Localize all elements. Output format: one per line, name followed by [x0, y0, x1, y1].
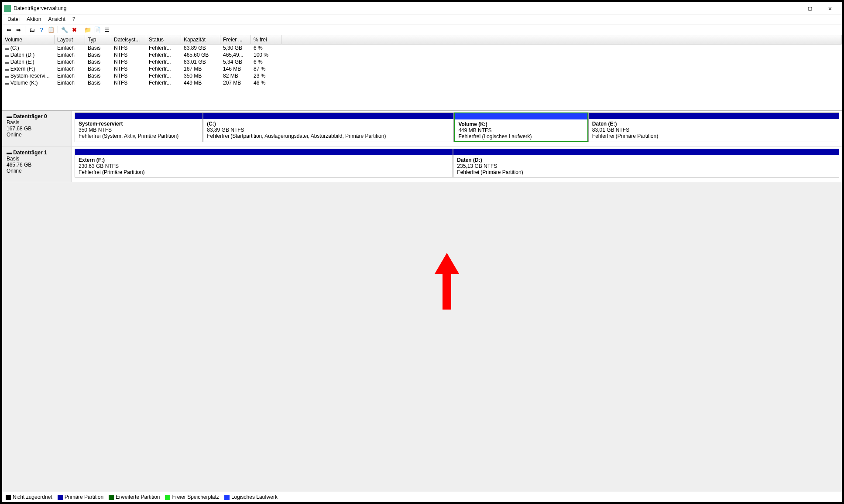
partition-name: System-reserviert: [79, 121, 123, 127]
disk-label[interactable]: ▬ Datenträger 1Basis465,76 GBOnline: [2, 147, 72, 182]
disk-label[interactable]: ▬ Datenträger 0Basis167,68 GBOnline: [2, 111, 72, 146]
volume-fs: NTFS: [111, 72, 146, 79]
volume-typ: Basis: [85, 79, 111, 86]
volume-frei: 465,49...: [220, 51, 251, 58]
menu-ansicht[interactable]: Ansicht: [45, 15, 68, 23]
partition[interactable]: Daten (D:)235,13 GB NTFSFehlerfrei (Prim…: [453, 149, 839, 177]
volume-frei: 207 MB: [220, 79, 251, 86]
partition-name: Daten (D:): [457, 157, 482, 163]
menu-help[interactable]: ?: [70, 15, 78, 23]
volume-kap: 449 MB: [181, 79, 220, 86]
partition-status: Fehlerfrei (Startpartition, Auslagerungs…: [207, 133, 386, 139]
volume-row[interactable]: Daten (D:)EinfachBasisNTFSFehlerfr...465…: [2, 51, 842, 58]
volume-row[interactable]: Volume (K:)EinfachBasisNTFSFehlerfr...44…: [2, 79, 842, 86]
col-fs[interactable]: Dateisyst...: [111, 35, 146, 44]
partition[interactable]: Volume (K:)449 MB NTFSFehlerfrei (Logisc…: [454, 112, 588, 142]
volume-typ: Basis: [85, 65, 111, 72]
volume-name: Volume (K:): [2, 79, 55, 86]
volume-row[interactable]: System-reservi...EinfachBasisNTFSFehlerf…: [2, 72, 842, 79]
disk-parts: Extern (F:)230,63 GB NTFSFehlerfrei (Pri…: [72, 147, 842, 182]
volume-row[interactable]: (C:)EinfachBasisNTFSFehlerfr...83,89 GB5…: [2, 44, 842, 51]
partition-name: Volume (K:): [458, 121, 487, 127]
volume-kap: 83,89 GB: [181, 44, 220, 51]
volume-status: Fehlerfr...: [146, 72, 181, 79]
disk-row: ▬ Datenträger 1Basis465,76 GBOnlineExter…: [2, 147, 842, 182]
col-frei[interactable]: Freier ...: [220, 35, 251, 44]
partition-name: (C:): [207, 121, 216, 127]
volume-layout: Einfach: [55, 51, 85, 58]
col-volume[interactable]: Volume: [2, 35, 55, 44]
volume-kap: 83,01 GB: [181, 58, 220, 65]
wand-icon[interactable]: 🔧: [61, 26, 69, 34]
delete-icon[interactable]: ✖: [70, 26, 78, 34]
menu-aktion[interactable]: Aktion: [24, 15, 44, 23]
menubar: Datei Aktion Ansicht ?: [2, 14, 842, 24]
partition-bar: [453, 149, 839, 155]
volume-kap: 167 MB: [181, 65, 220, 72]
window-title: Datenträgerverwaltung: [14, 5, 780, 11]
col-layout[interactable]: Layout: [55, 35, 85, 44]
list-icon[interactable]: ☰: [103, 26, 111, 34]
properties-icon[interactable]: 📋: [47, 26, 55, 34]
col-status[interactable]: Status: [146, 35, 181, 44]
legend-free: Freier Speicherplatz: [165, 494, 219, 500]
menu-datei[interactable]: Datei: [5, 15, 22, 23]
partition-status: Fehlerfrei (Primäre Partition): [79, 169, 144, 175]
volume-name: Daten (E:): [2, 58, 55, 65]
partition-name: Daten (E:): [592, 121, 617, 127]
app-icon: [4, 5, 11, 12]
volume-frei: 146 MB: [220, 65, 251, 72]
col-filler: [281, 35, 842, 44]
partition-size: 83,89 GB NTFS: [207, 127, 244, 133]
volume-name: Daten (D:): [2, 51, 55, 58]
volume-row[interactable]: Daten (E:)EinfachBasisNTFSFehlerfr...83,…: [2, 58, 842, 65]
volume-pfrei: 6 %: [251, 44, 281, 51]
volume-name: (C:): [2, 44, 55, 51]
disk-parts: System-reserviert350 MB NTFSFehlerfrei (…: [72, 111, 842, 146]
volume-layout: Einfach: [55, 72, 85, 79]
volume-typ: Basis: [85, 51, 111, 58]
volume-fs: NTFS: [111, 79, 146, 86]
close-button[interactable]: ✕: [820, 2, 840, 14]
legend: Nicht zugeordnet Primäre Partition Erwei…: [2, 492, 842, 502]
partition[interactable]: Daten (E:)83,01 GB NTFSFehlerfrei (Primä…: [588, 112, 839, 142]
disk-row: ▬ Datenträger 0Basis167,68 GBOnlineSyste…: [2, 111, 842, 147]
sheet-icon[interactable]: 📄: [93, 26, 101, 34]
volume-name: Extern (F:): [2, 65, 55, 72]
partition-bar: [203, 113, 453, 119]
volume-fs: NTFS: [111, 51, 146, 58]
minimize-button[interactable]: —: [780, 2, 800, 14]
empty-area: [2, 182, 842, 492]
refresh-icon[interactable]: 🗂: [28, 26, 36, 34]
volume-kap: 350 MB: [181, 72, 220, 79]
volume-header-row: Volume Layout Typ Dateisyst... Status Ka…: [2, 35, 842, 44]
volume-layout: Einfach: [55, 65, 85, 72]
titlebar: Datenträgerverwaltung — ▢ ✕: [2, 2, 842, 14]
volume-name: System-reservi...: [2, 72, 55, 79]
col-kap[interactable]: Kapazität: [181, 35, 220, 44]
partition[interactable]: (C:)83,89 GB NTFSFehlerfrei (Startpartit…: [203, 112, 454, 142]
volume-pfrei: 87 %: [251, 65, 281, 72]
volume-table: Volume Layout Typ Dateisyst... Status Ka…: [2, 35, 842, 110]
partition[interactable]: Extern (F:)230,63 GB NTFSFehlerfrei (Pri…: [75, 149, 453, 177]
col-pfrei[interactable]: % frei: [251, 35, 281, 44]
volume-row[interactable]: Extern (F:)EinfachBasisNTFSFehlerfr...16…: [2, 65, 842, 72]
volume-typ: Basis: [85, 44, 111, 51]
maximize-button[interactable]: ▢: [800, 2, 820, 14]
volume-fs: NTFS: [111, 58, 146, 65]
partition-name: Extern (F:): [79, 157, 105, 163]
partition-bar: [75, 113, 202, 119]
toolbar: ⬅ ➡ 🗂 ? 📋 🔧 ✖ 📁 📄 ☰: [2, 24, 842, 35]
volume-status: Fehlerfr...: [146, 51, 181, 58]
partition-size: 230,63 GB NTFS: [79, 163, 119, 169]
partition[interactable]: System-reserviert350 MB NTFSFehlerfrei (…: [75, 112, 203, 142]
separator: [58, 26, 58, 33]
back-icon[interactable]: ⬅: [5, 26, 13, 34]
forward-icon[interactable]: ➡: [14, 26, 22, 34]
explorer-icon[interactable]: 📁: [84, 26, 92, 34]
volume-status: Fehlerfr...: [146, 58, 181, 65]
help-icon[interactable]: ?: [38, 26, 45, 34]
partition-status: Fehlerfrei (Primäre Partition): [592, 133, 658, 139]
disk-area: ▬ Datenträger 0Basis167,68 GBOnlineSyste…: [2, 110, 842, 182]
col-typ[interactable]: Typ: [85, 35, 111, 44]
